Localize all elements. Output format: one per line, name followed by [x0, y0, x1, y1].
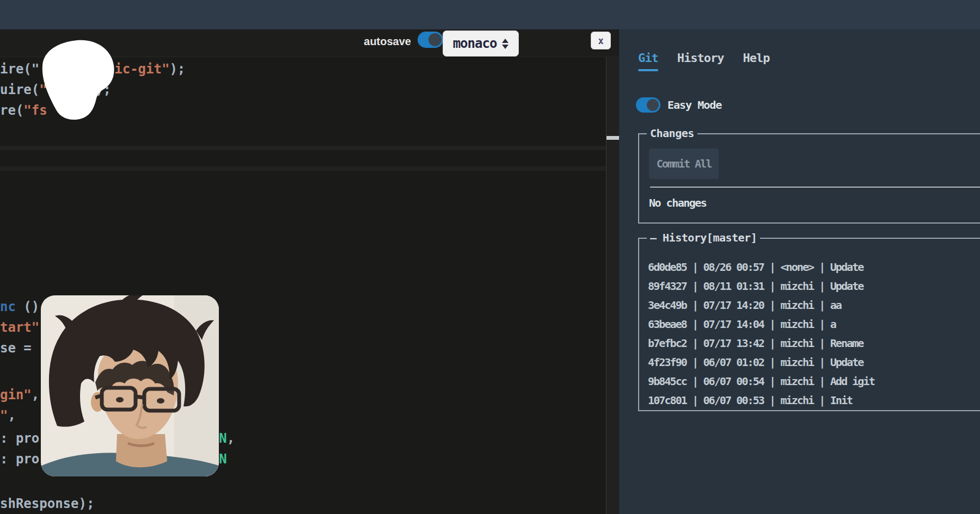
webcam-overlay — [41, 295, 219, 476]
code-token: nc — [0, 299, 16, 315]
editor-engine-select[interactable]: monaco — [443, 30, 519, 57]
active-tab-underline — [638, 69, 658, 71]
easy-mode-row: Easy Mode — [636, 97, 721, 113]
changes-section: Changes Commit All No changes — [638, 133, 980, 224]
code-token: N — [219, 451, 226, 467]
commit-row[interactable]: 3e4c49b | 07/17 14:20 | mizchi | aa — [648, 299, 980, 318]
code-token: : pro — [0, 430, 39, 447]
code-token: tart" — [0, 319, 39, 336]
code-line: gin", — [0, 387, 39, 403]
white-blob-overlay — [39, 39, 118, 121]
code-token: shResponse); — [0, 496, 94, 512]
commit-all-button[interactable]: Commit All — [649, 148, 719, 179]
code-token: ire(" — [0, 61, 39, 77]
code-token: , — [227, 430, 235, 447]
code-token: , — [32, 387, 39, 403]
panel-tabs: GitHistoryHelp — [638, 51, 769, 71]
code-token: () — [16, 299, 39, 315]
commit-row[interactable]: 89f4327 | 08/11 01:31 | mizchi | Update — [648, 280, 980, 299]
easy-mode-label: Easy Mode — [667, 98, 721, 112]
tab-label: Help — [743, 51, 769, 65]
autosave-label: autosave — [364, 29, 411, 57]
easy-mode-toggle[interactable] — [636, 97, 660, 113]
commit-row[interactable]: 9b845cc | 06/07 00:54 | mizchi | Add igi… — [648, 375, 980, 394]
toggle-knob-icon — [428, 33, 442, 46]
no-changes-text: No changes — [649, 196, 706, 209]
history-legend: — History[master] — [647, 231, 760, 244]
changes-legend: Changes — [647, 127, 697, 140]
code-line: shResponse); — [0, 496, 94, 512]
commit-list: 6d0de85 | 08/26 00:57 | <none> | Update8… — [648, 261, 980, 413]
minimap-strip[interactable] — [606, 57, 619, 514]
select-spinner-icon — [502, 39, 509, 49]
window-titlebar — [0, 0, 980, 29]
autosave-toggle[interactable] — [418, 32, 443, 48]
tab-label: History — [677, 51, 724, 65]
code-token: se = — [0, 340, 39, 356]
code-line: ", — [0, 407, 16, 424]
code-token: ic-git" — [114, 61, 169, 77]
tab-label: Git — [638, 51, 658, 65]
tab-help[interactable]: Help — [743, 51, 769, 71]
tab-history[interactable]: History — [677, 51, 724, 71]
commit-row[interactable]: 6d0de85 | 08/26 00:57 | <none> | Update — [648, 261, 980, 280]
commit-row[interactable]: 107c801 | 06/07 00:53 | mizchi | Init — [648, 394, 980, 413]
close-button[interactable]: x — [591, 32, 611, 49]
code-line: tart" — [0, 319, 39, 336]
changes-divider — [650, 187, 980, 188]
commit-row[interactable]: b7efbc2 | 07/17 13:42 | mizchi | Rename — [648, 337, 980, 356]
code-line: nc () — [0, 299, 39, 315]
history-section: — History[master] 6d0de85 | 08/26 00:57 … — [638, 238, 980, 411]
code-token: ); — [169, 61, 185, 77]
code-token: " — [0, 407, 8, 424]
code-token: re( — [0, 102, 23, 119]
commit-row[interactable]: 63beae8 | 07/17 14:04 | mizchi | a — [648, 318, 980, 337]
tab-git[interactable]: Git — [638, 51, 658, 71]
webcam-portrait-image — [41, 295, 219, 476]
code-token: : pro — [0, 451, 39, 467]
code-line: se = — [0, 340, 39, 356]
commit-row[interactable]: 4f23f90 | 06/07 01:02 | mizchi | Update — [648, 356, 980, 375]
code-editor[interactable]: ire("ic-git");uire("");re("fs;nc ()tart"… — [0, 29, 619, 514]
code-token: gin" — [0, 387, 32, 403]
code-token: , — [8, 407, 15, 424]
blob-shape — [39, 39, 118, 121]
git-panel: GitHistoryHelp Easy Mode Changes Commit … — [619, 29, 980, 514]
code-token: N — [219, 430, 226, 447]
code-token: uire( — [0, 82, 39, 98]
minimap-slider[interactable] — [607, 136, 619, 140]
editor-engine-value: monaco — [453, 36, 497, 51]
toggle-knob-icon — [647, 99, 659, 111]
